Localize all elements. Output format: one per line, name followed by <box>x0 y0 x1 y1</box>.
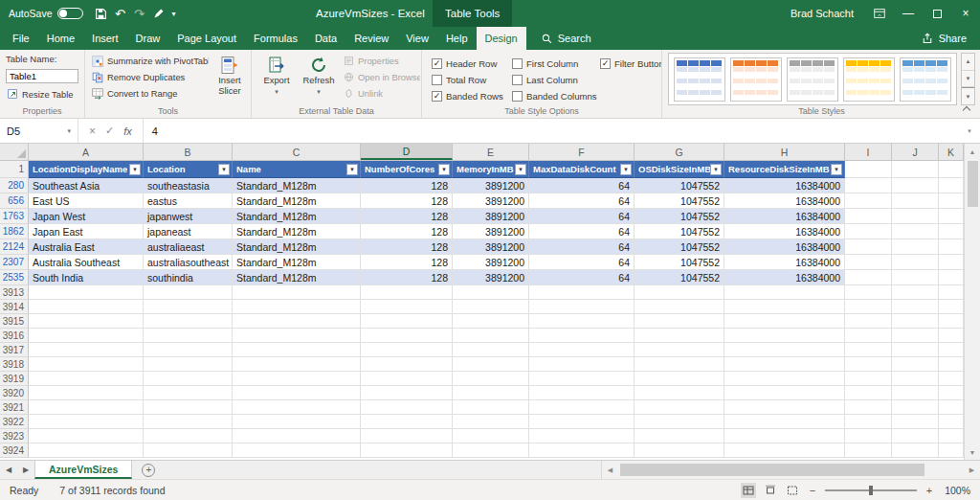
row-header-2307[interactable]: 2307 <box>0 255 29 270</box>
table-style-swatch-yellow[interactable] <box>843 57 895 102</box>
cell-D3914[interactable] <box>361 300 453 314</box>
cell-K3915[interactable] <box>939 314 964 329</box>
filter-button-Location[interactable]: ▼ <box>218 164 230 175</box>
cell-G3918[interactable] <box>635 357 724 372</box>
cell-A3918[interactable] <box>29 357 144 372</box>
remove-duplicates-button[interactable]: Remove Duplicates <box>90 69 209 85</box>
cell-E280[interactable]: 3891200 <box>453 178 529 193</box>
row-header-280[interactable]: 280 <box>0 178 29 193</box>
formula-input[interactable]: 4 <box>144 119 959 143</box>
cell-F3916[interactable] <box>529 329 635 343</box>
table-style-swatch-gray[interactable] <box>787 57 838 102</box>
zoom-in-button[interactable]: + <box>924 485 935 496</box>
cell-K3924[interactable] <box>939 443 964 458</box>
ribbon-tab-data[interactable]: Data <box>306 27 345 50</box>
cell-H1862[interactable]: 16384000 <box>724 224 845 239</box>
cell-C656[interactable]: Standard_M128m <box>233 193 361 209</box>
cell-F1763[interactable]: 64 <box>529 209 635 224</box>
cell-I280[interactable] <box>845 178 892 193</box>
cell-F2124[interactable]: 64 <box>529 239 635 255</box>
ribbon-tab-review[interactable]: Review <box>345 27 397 50</box>
sheet-nav-left[interactable]: ◀ <box>0 461 17 479</box>
row-header-3913[interactable]: 3913 <box>0 285 29 300</box>
cell-F1862[interactable]: 64 <box>529 224 635 239</box>
cell-E3919[interactable] <box>453 372 529 386</box>
cell-D3921[interactable] <box>361 400 453 415</box>
cell-G3915[interactable] <box>635 314 724 329</box>
cell-D3915[interactable] <box>361 314 453 329</box>
cell-D3920[interactable] <box>361 386 453 400</box>
undo-button[interactable]: ↶ <box>111 2 130 25</box>
select-all-corner[interactable] <box>0 144 29 160</box>
header-cell-MaxDataDiskCount[interactable]: MaxDataDiskCount▼ <box>529 161 635 178</box>
cell-B1862[interactable]: japaneast <box>144 224 233 239</box>
cell-E3920[interactable] <box>453 386 529 400</box>
cell-J3918[interactable] <box>892 357 939 372</box>
filter-button-ResourceDiskSizeInMB[interactable]: ▼ <box>831 164 842 175</box>
cell-B3919[interactable] <box>144 372 233 386</box>
cell-F3917[interactable] <box>529 343 635 357</box>
row-header-3920[interactable]: 3920 <box>0 386 29 400</box>
hscroll-left-arrow[interactable]: ◀ <box>602 466 618 474</box>
cell-K3922[interactable] <box>939 415 964 429</box>
cell-J2535[interactable] <box>892 270 939 285</box>
cancel-icon[interactable]: × <box>89 125 96 138</box>
cell-C3915[interactable] <box>233 314 361 329</box>
cell-E656[interactable]: 3891200 <box>453 193 529 209</box>
cell-F656[interactable]: 64 <box>529 193 635 209</box>
cell-J3924[interactable] <box>892 443 939 458</box>
cell-C3924[interactable] <box>233 443 361 458</box>
ribbon-tab-draw[interactable]: Draw <box>127 27 169 50</box>
cell-H3915[interactable] <box>724 314 845 329</box>
cell-B2307[interactable]: australiasoutheast <box>144 255 233 270</box>
vscroll-down-arrow[interactable]: ▼ <box>965 444 980 460</box>
cell-K3921[interactable] <box>939 400 964 415</box>
cell-K280[interactable] <box>939 178 964 193</box>
cell-F3919[interactable] <box>529 372 635 386</box>
table-name-input[interactable] <box>6 69 78 83</box>
cell-E3923[interactable] <box>453 429 529 443</box>
row-header-3919[interactable]: 3919 <box>0 372 29 386</box>
cell-D3918[interactable] <box>361 357 453 372</box>
ribbon-display-options-button[interactable] <box>865 0 894 27</box>
cell-H656[interactable]: 16384000 <box>724 193 845 209</box>
row-header-3918[interactable]: 3918 <box>0 357 29 372</box>
column-header-J[interactable]: J <box>892 144 939 160</box>
cell-F2307[interactable]: 64 <box>529 255 635 270</box>
cell-A3913[interactable] <box>29 285 144 300</box>
cell-I3917[interactable] <box>845 343 892 357</box>
filter-button-OSDiskSizeInMB[interactable]: ▼ <box>710 164 722 175</box>
cell-C2307[interactable]: Standard_M128m <box>233 255 361 270</box>
page-layout-view-button[interactable] <box>763 483 778 498</box>
cell-I3913[interactable] <box>845 285 892 300</box>
cell-B3922[interactable] <box>144 415 233 429</box>
name-box-dropdown-icon[interactable]: ▾ <box>67 127 71 135</box>
cell-C3920[interactable] <box>233 386 361 400</box>
ribbon-tab-design[interactable]: Design <box>477 27 526 50</box>
row-header-2535[interactable]: 2535 <box>0 270 29 285</box>
row-header-2124[interactable]: 2124 <box>0 239 29 255</box>
cell-F3915[interactable] <box>529 314 635 329</box>
cell-J656[interactable] <box>892 193 939 209</box>
cell-B3916[interactable] <box>144 329 233 343</box>
table-style-swatch-blue[interactable] <box>674 57 725 102</box>
cell-C1763[interactable]: Standard_M128m <box>233 209 361 224</box>
formula-bar-expand-button[interactable]: ▾ <box>959 119 980 143</box>
add-sheet-button[interactable]: + <box>142 464 155 477</box>
cell-D1763[interactable]: 128 <box>361 209 453 224</box>
cell-J3920[interactable] <box>892 386 939 400</box>
horizontal-scrollbar[interactable]: ◀ ▶ <box>601 461 980 479</box>
cell-J3915[interactable] <box>892 314 939 329</box>
collapse-ribbon-button[interactable] <box>963 104 970 112</box>
refresh-dropdown-icon[interactable]: ▾ <box>317 86 321 97</box>
cell-E3921[interactable] <box>453 400 529 415</box>
cell-K3918[interactable] <box>939 357 964 372</box>
cell-J3917[interactable] <box>892 343 939 357</box>
hscroll-right-arrow[interactable]: ▶ <box>964 466 980 474</box>
enter-icon[interactable]: ✓ <box>105 125 114 137</box>
search-box[interactable]: Search <box>542 27 591 50</box>
cell-H3918[interactable] <box>724 357 845 372</box>
row-header-656[interactable]: 656 <box>0 193 29 209</box>
name-box[interactable]: D5 ▾ <box>0 119 78 143</box>
cell-J2124[interactable] <box>892 239 939 255</box>
